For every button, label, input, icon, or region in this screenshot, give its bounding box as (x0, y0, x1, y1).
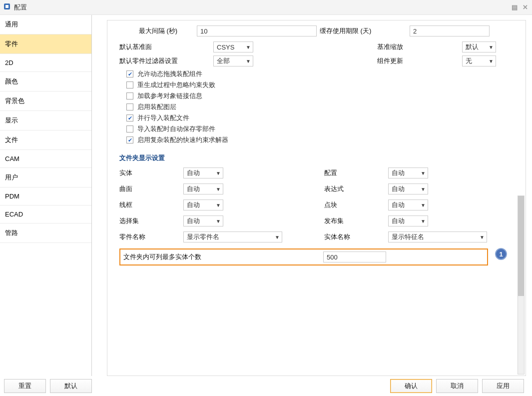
max-entities-highlight: 文件夹内可列最多实体个数 (119, 248, 488, 266)
checkbox-row[interactable]: 重生成过程中忽略约束失败 (126, 80, 514, 90)
chevron-down-icon: ▼ (246, 44, 251, 50)
svg-rect-1 (5, 5, 8, 8)
chevron-down-icon: ▼ (216, 170, 221, 176)
expr-combo[interactable]: 自动▼ (388, 184, 428, 194)
content: 最大间隔 (秒) 缓存使用期限 (天) 默认基准面 CSYS ▼ 基准缩放 默认… (92, 15, 532, 376)
sidebar: 通用零件2D颜色背景色显示文件CAM用户PDMECAD管路 (0, 15, 92, 376)
checkbox-icon[interactable] (126, 104, 133, 110)
checkbox-label: 启用复杂装配的快速约束求解器 (137, 136, 228, 144)
datum-scale-label: 基准缩放 (377, 42, 462, 52)
checkbox-icon[interactable] (126, 92, 133, 100)
sidebar-item[interactable]: 文件 (0, 130, 91, 150)
cache-days-input[interactable] (410, 26, 490, 36)
default-datum-value: CSYS (217, 44, 234, 51)
surface-label: 曲面 (119, 184, 183, 194)
sidebar-item[interactable]: CAM (0, 150, 91, 168)
max-entities-input[interactable] (323, 252, 386, 262)
sidebar-item[interactable]: 2D (0, 54, 91, 72)
checkbox-label: 重生成过程中忽略约束失败 (137, 80, 215, 90)
datum-scale-combo[interactable]: 默认 ▼ (462, 42, 496, 52)
block-combo[interactable]: 自动▼ (388, 200, 428, 210)
chevron-down-icon: ▼ (275, 234, 280, 240)
filter-combo[interactable]: 全部 ▼ (213, 56, 253, 66)
apply-button[interactable]: 应用 (482, 379, 524, 393)
checkbox-icon[interactable]: ✔ (126, 114, 133, 122)
sidebar-item[interactable]: PDM (0, 188, 91, 206)
scrollbar[interactable] (518, 196, 525, 374)
solidname-combo[interactable]: 显示特征名▼ (388, 232, 487, 242)
filter-label: 默认零件过滤器设置 (119, 56, 213, 66)
max-interval-input[interactable] (197, 26, 317, 36)
checkbox-icon[interactable] (126, 126, 133, 132)
datum-scale-value: 默认 (466, 42, 479, 52)
checkbox-icon[interactable]: ✔ (126, 70, 133, 78)
footer: 重置 默认 确认 取消 应用 (0, 376, 532, 396)
scrollbar-thumb[interactable] (518, 196, 524, 296)
checkbox-group: ✔允许动态拖拽装配组件重生成过程中忽略约束失败加载参考对象链接信息启用装配图层✔… (119, 70, 514, 144)
block-label: 点块 (324, 200, 388, 210)
body: 通用零件2D颜色背景色显示文件CAM用户PDMECAD管路 最大间隔 (秒) 缓… (0, 15, 532, 376)
chevron-down-icon: ▼ (216, 202, 221, 208)
chevron-down-icon: ▼ (216, 186, 221, 192)
checkbox-icon[interactable]: ✔ (126, 136, 133, 144)
selset-label: 选择集 (119, 216, 183, 226)
sidebar-item[interactable]: 用户 (0, 168, 91, 188)
checkbox-row[interactable]: 加载参考对象链接信息 (126, 92, 514, 100)
checkbox-row[interactable]: ✔允许动态拖拽装配组件 (126, 70, 514, 78)
component-update-label: 组件更新 (377, 56, 462, 66)
checkbox-label: 加载参考对象链接信息 (137, 92, 202, 100)
settings-panel: 最大间隔 (秒) 缓存使用期限 (天) 默认基准面 CSYS ▼ 基准缩放 默认… (107, 20, 526, 376)
max-entities-label: 文件夹内可列最多实体个数 (123, 252, 323, 262)
partname-combo[interactable]: 显示零件名▼ (183, 232, 282, 242)
wire-combo[interactable]: 自动▼ (183, 200, 223, 210)
checkbox-label: 允许动态拖拽装配组件 (137, 70, 202, 78)
component-update-combo[interactable]: 无 ▼ (462, 56, 496, 66)
config-label: 配置 (324, 168, 388, 178)
cancel-button[interactable]: 取消 (436, 379, 478, 393)
checkbox-row[interactable]: ✔启用复杂装配的快速约束求解器 (126, 136, 514, 144)
default-datum-label: 默认基准面 (119, 42, 213, 52)
chevron-down-icon: ▼ (489, 58, 494, 64)
checkbox-icon[interactable] (126, 82, 133, 88)
selset-combo[interactable]: 自动▼ (183, 216, 223, 226)
callout-badge: 1 (495, 248, 507, 260)
chevron-down-icon: ▼ (246, 58, 251, 64)
chevron-down-icon: ▼ (489, 44, 494, 50)
default-datum-combo[interactable]: CSYS ▼ (213, 42, 253, 52)
checkbox-label: 并行导入装配文件 (137, 114, 189, 122)
sidebar-item[interactable]: 通用 (0, 15, 91, 34)
close-icon[interactable]: ✕ (523, 4, 528, 11)
cache-days-label: 缓存使用期限 (天) (320, 26, 410, 36)
partname-label: 零件名称 (119, 232, 183, 242)
folder-grid: 实体 自动▼ 配置 自动▼ 曲面 自动▼ 表达式 自动▼ 线框 自动▼ 点块 自… (119, 168, 514, 226)
window-title: 配置 (14, 3, 27, 12)
titlebar: 配置 ▤ ✕ (0, 0, 532, 15)
expr-label: 表达式 (324, 184, 388, 194)
surface-combo[interactable]: 自动▼ (183, 184, 223, 194)
chevron-down-icon: ▼ (421, 202, 426, 208)
filter-value: 全部 (217, 56, 230, 66)
sidebar-item[interactable]: 颜色 (0, 72, 91, 92)
config-combo[interactable]: 自动▼ (388, 168, 428, 178)
app-icon (3, 2, 11, 12)
pubset-label: 发布集 (324, 216, 388, 226)
chevron-down-icon: ▼ (480, 234, 485, 240)
default-button[interactable]: 默认 (50, 379, 92, 393)
pubset-combo[interactable]: 自动▼ (388, 216, 428, 226)
checkbox-row[interactable]: ✔并行导入装配文件 (126, 114, 514, 122)
reset-button[interactable]: 重置 (4, 379, 46, 393)
sidebar-item[interactable]: 管路 (0, 224, 91, 243)
sidebar-item[interactable]: ECAD (0, 206, 91, 224)
sidebar-item[interactable]: 背景色 (0, 92, 91, 111)
checkbox-row[interactable]: 启用装配图层 (126, 102, 514, 112)
sidebar-item[interactable]: 显示 (0, 111, 91, 130)
help-icon[interactable]: ▤ (512, 4, 518, 11)
folder-name-grid: 零件名称 显示零件名▼ 实体名称 显示特征名▼ (119, 232, 514, 242)
checkbox-row[interactable]: 导入装配时自动保存零部件 (126, 124, 514, 134)
solid-combo[interactable]: 自动▼ (183, 168, 223, 178)
max-interval-label: 最大间隔 (秒) (119, 26, 197, 36)
chevron-down-icon: ▼ (216, 218, 221, 224)
ok-button[interactable]: 确认 (390, 379, 432, 393)
sidebar-item[interactable]: 零件 (0, 34, 91, 54)
folder-section-title: 文件夹显示设置 (119, 154, 514, 162)
